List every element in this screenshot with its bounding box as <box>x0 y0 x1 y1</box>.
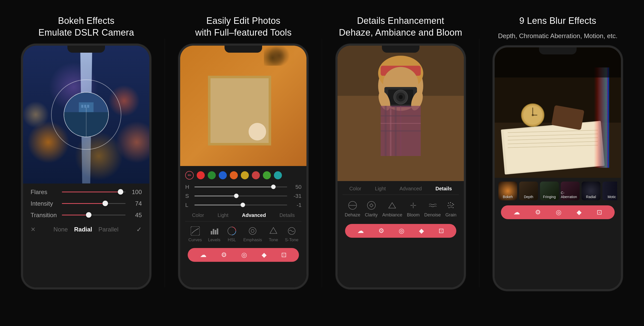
panel-bokeh: Bokeh EffectsEmulate DSLR Camera <box>12 8 160 318</box>
window-frame <box>208 76 271 145</box>
edit-pen-button[interactable]: ✏ <box>185 171 194 180</box>
toolbar-sliders-icon[interactable]: ⚙ <box>221 251 227 259</box>
tool-icons-row: Curves Levels HSL <box>185 224 301 244</box>
tool-bloom[interactable]: Bloom <box>407 200 420 218</box>
flares-slider-row[interactable]: Flares 100 <box>31 189 142 196</box>
toolbar-diamond-icon[interactable]: ◆ <box>262 251 267 259</box>
color-dot-lime[interactable] <box>263 171 271 179</box>
mode-radial[interactable]: Radial <box>74 226 92 233</box>
toolbar-crop-icon[interactable]: ⊡ <box>281 251 287 259</box>
color-dot-yellow[interactable] <box>241 171 249 179</box>
divider3 <box>479 39 479 287</box>
h-slider-row[interactable]: H 50 <box>185 184 301 190</box>
tool-hsl[interactable]: HSL <box>227 226 237 242</box>
tool-tone[interactable]: Tone <box>268 226 279 242</box>
tab-advanced[interactable]: Advanced <box>240 211 268 219</box>
svg-point-47 <box>449 207 450 208</box>
tool-ambiance[interactable]: Ambiance <box>382 200 402 218</box>
toolbar3-crop-icon[interactable]: ⊡ <box>439 227 444 235</box>
hsl-sliders: H 50 S <box>185 184 301 208</box>
intensity-thumb <box>102 201 108 206</box>
color-dot-green[interactable] <box>208 171 216 179</box>
toolbar4-sliders-icon[interactable]: ⚙ <box>535 208 541 216</box>
phone1-frame: Flares 100 Intensity <box>21 44 151 289</box>
lens-thumb-radial[interactable]: Radial <box>582 182 600 200</box>
toolbar4-circle-icon[interactable]: ◎ <box>556 208 562 216</box>
phone4-image <box>495 47 621 178</box>
vine-top <box>264 46 294 66</box>
clarity-icon <box>366 200 377 211</box>
tab-details[interactable]: Details <box>277 211 297 219</box>
toolbar4-cloud-icon[interactable]: ☁ <box>513 208 520 216</box>
color-dot-blue[interactable] <box>219 171 227 179</box>
toolbar3-cloud-icon[interactable]: ☁ <box>357 227 364 235</box>
tab3-light[interactable]: Light <box>373 185 388 193</box>
person-svg <box>338 46 464 181</box>
toolbar4-crop-icon[interactable]: ⊡ <box>597 208 602 216</box>
tool-emphasis[interactable]: Emphasis <box>243 226 262 242</box>
toolbar4-diamond-icon[interactable]: ◆ <box>577 208 582 216</box>
tool-clarity[interactable]: Clarity <box>365 200 378 218</box>
divider1 <box>165 39 165 287</box>
intensity-slider-row[interactable]: Intensity 74 <box>31 200 142 207</box>
phone3-image <box>338 46 464 181</box>
panel4-subtitle: Depth, Chromatic Aberration, Motion, etc… <box>498 32 617 40</box>
transition-slider-row[interactable]: Transition 45 <box>31 212 142 219</box>
tool-dehaze[interactable]: Dehaze <box>345 200 360 218</box>
transition-track[interactable] <box>62 215 126 215</box>
flares-value: 100 <box>129 189 142 196</box>
color-dot-pink[interactable] <box>252 171 260 179</box>
toolbar3-sliders-icon[interactable]: ⚙ <box>378 227 384 235</box>
flares-track[interactable] <box>62 192 126 192</box>
tool-curves[interactable]: Curves <box>188 226 202 242</box>
tool-stone[interactable]: S-Tone <box>285 226 298 242</box>
lens-thumb-depth[interactable]: Depth <box>519 182 538 200</box>
l-slider-row[interactable]: L -1 <box>185 202 301 208</box>
bottom-toolbar: ☁ ⚙ ◎ ◆ ⊡ <box>188 248 299 262</box>
bokeh-thumb-label: Bokeh <box>503 195 513 199</box>
h-track[interactable] <box>194 187 287 187</box>
s-thumb <box>234 194 239 198</box>
color-dot-orange[interactable] <box>230 171 238 179</box>
mode-parallel[interactable]: Parallel <box>98 226 119 233</box>
phone2-inner: ✏ H <box>180 46 306 287</box>
mode-options: None Radial Parallel <box>53 226 118 233</box>
panel-edit: Easily Edit Photoswith Full–featured Too… <box>169 8 317 318</box>
tab3-color[interactable]: Color <box>347 185 363 193</box>
tab-color[interactable]: Color <box>190 211 206 219</box>
l-track[interactable] <box>194 205 287 205</box>
figure-circle <box>249 123 266 140</box>
color-dot-red[interactable] <box>197 171 205 179</box>
lens-thumb-fringing[interactable]: Fringing <box>540 182 559 200</box>
tab-light[interactable]: Light <box>216 211 230 219</box>
lens-thumb-bokeh[interactable]: Bokeh <box>498 182 517 200</box>
lens-thumb-caberration[interactable]: C-Aberration <box>561 182 580 200</box>
toolbar-circle-icon[interactable]: ◎ <box>241 251 247 259</box>
close-button[interactable]: ✕ <box>31 226 36 233</box>
panel-details: Details EnhancementDehaze, Ambiance and … <box>327 8 475 318</box>
lens-thumb-motion[interactable]: Motic <box>602 182 617 200</box>
dehaze-label: Dehaze <box>345 212 360 218</box>
color-dot-teal[interactable] <box>274 171 282 179</box>
toolbar3-circle-icon[interactable]: ◎ <box>399 227 404 235</box>
l-fill <box>194 205 243 205</box>
toolbar-cloud-icon[interactable]: ☁ <box>200 251 206 259</box>
phone4-frame: Bokeh Depth Fringing C-Aberration <box>493 45 623 291</box>
tool-levels[interactable]: Levels <box>208 226 220 242</box>
s-track[interactable] <box>194 196 287 196</box>
phone4-bottom-toolbar: ☁ ⚙ ◎ ◆ ⊡ <box>501 205 615 219</box>
tool-denoise[interactable]: Denoise <box>424 200 441 218</box>
tool-grain[interactable]: Grain <box>445 200 456 218</box>
s-slider-row[interactable]: S -31 <box>185 193 301 199</box>
mode-row: ✕ None Radial Parallel ✓ <box>31 223 142 236</box>
tab3-advanced[interactable]: Advanced <box>397 185 424 193</box>
toolbar3-diamond-icon[interactable]: ◆ <box>419 227 424 235</box>
mode-none[interactable]: None <box>53 226 68 233</box>
tab3-details[interactable]: Details <box>434 185 454 193</box>
phone2-tools: ✏ H <box>180 166 306 287</box>
check-button[interactable]: ✓ <box>136 226 142 233</box>
intensity-track[interactable] <box>62 203 126 204</box>
svg-point-46 <box>453 204 454 205</box>
transition-label: Transition <box>31 212 58 219</box>
ambiance-label: Ambiance <box>382 212 402 218</box>
